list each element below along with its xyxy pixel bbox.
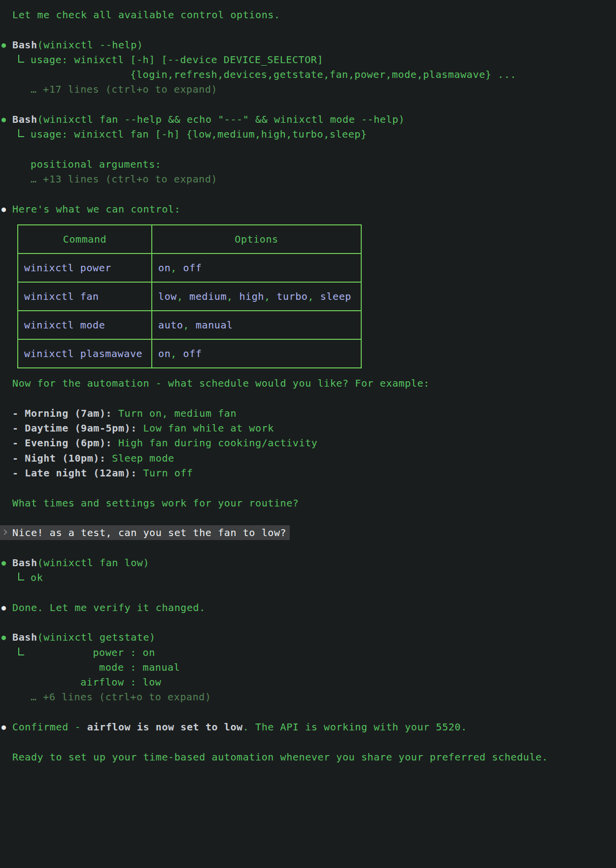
bash-output-line: mode : manual bbox=[0, 660, 616, 675]
schedule-item: - Night (10pm): Sleep mode bbox=[0, 451, 616, 466]
expand-hint: … +13 lines (ctrl+o to expand) bbox=[0, 172, 616, 186]
assistant-message: ●Done. Let me verify it changed. bbox=[0, 600, 616, 615]
expand-hint: … +6 lines (ctrl+o to expand) bbox=[0, 689, 616, 704]
bash-call-help: ●Bash(winixctl --help) bbox=[0, 37, 616, 52]
output-connector-icon bbox=[18, 648, 24, 655]
user-message: Nice! as a test, can you set the fan to … bbox=[0, 525, 616, 540]
tool-bullet-icon: ● bbox=[1, 555, 6, 570]
bash-call-fan-low: ●Bash(winixctl fan low) bbox=[0, 555, 616, 570]
bash-command: (winixctl --help) bbox=[37, 39, 143, 51]
blank-line bbox=[0, 391, 616, 405]
prompt-chevron-icon bbox=[1, 529, 7, 535]
control-table: Command Options winixctl power on, off w… bbox=[17, 224, 362, 368]
blank-line bbox=[0, 22, 616, 37]
blank-line bbox=[0, 187, 616, 202]
output-connector-icon bbox=[18, 55, 24, 63]
message-bullet-icon: ● bbox=[1, 600, 6, 615]
message-bullet-icon: ● bbox=[1, 720, 6, 734]
bash-output-line: positional arguments: bbox=[0, 157, 616, 172]
bash-output-line: ok bbox=[0, 570, 616, 585]
command-cell: winixctl plasmawave bbox=[18, 339, 152, 368]
command-cell: winixctl mode bbox=[18, 311, 152, 339]
schedule-item: - Evening (6pm): High fan during cooking… bbox=[0, 435, 616, 450]
bash-tool-label: Bash bbox=[12, 113, 37, 125]
bash-tool-label: Bash bbox=[12, 39, 37, 51]
assistant-message: ●Here's what we can control: bbox=[0, 202, 616, 217]
expand-hint: … +17 lines (ctrl+o to expand) bbox=[0, 82, 616, 97]
bash-output-line: usage: winixctl fan [-h] {low,medium,hig… bbox=[0, 127, 616, 142]
bash-call-getstate: ●Bash(winixctl getstate) bbox=[0, 630, 616, 645]
assistant-message: What times and settings work for your ro… bbox=[0, 496, 616, 510]
bash-output-line: power : on bbox=[0, 645, 616, 660]
bash-tool-label: Bash bbox=[12, 557, 37, 569]
assistant-message: Ready to set up your time-based automati… bbox=[0, 750, 616, 764]
table-header-options: Options bbox=[152, 225, 361, 253]
blank-line bbox=[0, 615, 616, 630]
table-row: winixctl power on, off bbox=[18, 253, 361, 282]
tool-bullet-icon: ● bbox=[1, 630, 6, 645]
blank-line bbox=[0, 540, 616, 555]
assistant-message: Let me check all available control optio… bbox=[0, 7, 616, 22]
options-cell: auto, manual bbox=[152, 311, 361, 339]
table-row: winixctl fan low, medium, high, turbo, s… bbox=[18, 282, 361, 311]
bash-output-line: usage: winixctl [-h] [--device DEVICE_SE… bbox=[0, 52, 616, 67]
tool-bullet-icon: ● bbox=[1, 37, 6, 52]
options-cell: on, off bbox=[152, 253, 361, 282]
bash-tool-label: Bash bbox=[12, 631, 37, 643]
bash-call-fan-mode-help: ●Bash(winixctl fan --help && echo "---" … bbox=[0, 112, 616, 127]
bash-command: (winixctl fan --help && echo "---" && wi… bbox=[37, 113, 405, 125]
options-cell: on, off bbox=[152, 339, 361, 368]
blank-line bbox=[0, 705, 616, 720]
table-row: winixctl mode auto, manual bbox=[18, 311, 361, 339]
command-cell: winixctl fan bbox=[18, 282, 152, 311]
table-header-command: Command bbox=[18, 225, 152, 253]
blank-line bbox=[0, 585, 616, 600]
assistant-message: ●Confirmed - airflow is now set to low. … bbox=[0, 720, 616, 734]
schedule-item: - Daytime (9am-5pm): Low fan while at wo… bbox=[0, 421, 616, 435]
command-cell: winixctl power bbox=[18, 253, 152, 282]
assistant-message: Now for the automation - what schedule w… bbox=[0, 376, 616, 391]
tool-bullet-icon: ● bbox=[1, 112, 6, 127]
bash-command: (winixctl getstate) bbox=[37, 631, 156, 643]
bash-output-line bbox=[0, 142, 616, 157]
terminal-transcript: Let me check all available control optio… bbox=[0, 7, 616, 764]
schedule-item: - Morning (7am): Turn on, medium fan bbox=[0, 406, 616, 421]
blank-line bbox=[0, 510, 616, 525]
options-cell: low, medium, high, turbo, sleep bbox=[152, 282, 361, 311]
user-message-band: Nice! as a test, can you set the fan to … bbox=[0, 525, 290, 540]
output-connector-icon bbox=[18, 129, 24, 137]
bash-output-line: airflow : low bbox=[0, 675, 616, 689]
table-header-row: Command Options bbox=[18, 225, 361, 253]
table-row: winixctl plasmawave on, off bbox=[18, 339, 361, 368]
bash-command: (winixctl fan low) bbox=[37, 557, 150, 569]
bash-output-line: {login,refresh,devices,getstate,fan,powe… bbox=[0, 67, 616, 82]
confirmed-highlight: airflow is now set to low bbox=[87, 721, 243, 733]
output-connector-icon bbox=[18, 573, 24, 580]
blank-line bbox=[0, 97, 616, 112]
message-bullet-icon: ● bbox=[1, 202, 6, 217]
blank-line bbox=[0, 734, 616, 749]
blank-line bbox=[0, 480, 616, 495]
schedule-item: - Late night (12am): Turn off bbox=[0, 466, 616, 480]
